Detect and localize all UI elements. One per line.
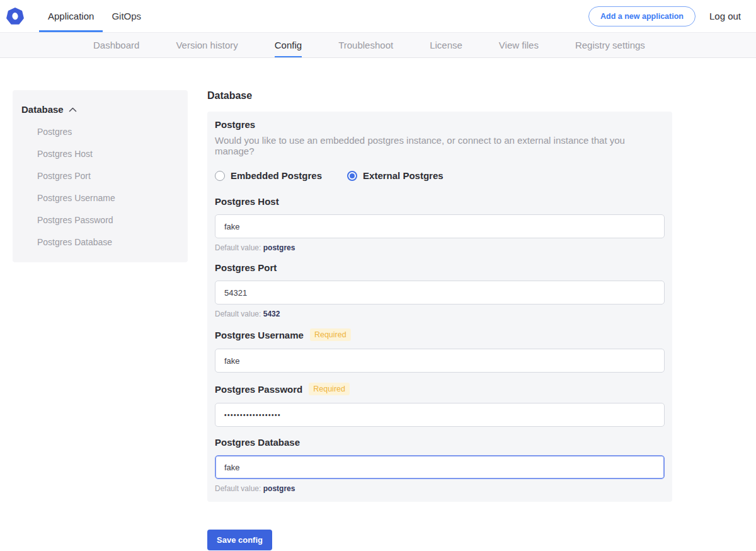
sidebar-item-postgres-password[interactable]: Postgres Password [20,209,180,231]
sidebar-item-postgres-database[interactable]: Postgres Database [20,231,180,253]
sidebar-item-postgres[interactable]: Postgres [20,121,180,143]
header-tab-gitops[interactable]: GitOps [103,0,150,32]
field-postgres-username: Postgres UsernameRequired [215,328,665,373]
postgres-host-input[interactable] [215,214,665,238]
chevron-up-icon [69,107,77,112]
subnav-tab-view-files[interactable]: View files [499,33,539,57]
header-tabs: ApplicationGitOps [39,0,150,32]
subnav-tab-troubleshoot[interactable]: Troubleshoot [338,33,393,57]
top-nav: ApplicationGitOps Add a new application … [0,0,756,33]
field-postgres-host: Postgres HostDefault value: postgres [215,196,665,252]
field-label-row-postgres-password: Postgres PasswordRequired [215,383,665,395]
field-label-postgres-database: Postgres Database [215,437,300,448]
content-area: Database PostgresPostgres HostPostgres P… [0,58,756,550]
field-label-postgres-password: Postgres Password [215,384,302,395]
subnav-tab-license[interactable]: License [430,33,462,57]
kots-logo-icon [6,8,24,25]
config-group-card: Postgres Would you like to use an embedd… [207,112,672,502]
radio-external-postgres[interactable] [347,171,357,181]
subnav-tab-registry-settings[interactable]: Registry settings [575,33,645,57]
postgres-radio-group: Embedded PostgresExternal Postgres [215,170,665,181]
save-config-button[interactable]: Save config [207,530,272,550]
required-badge: Required [310,328,351,341]
field-label-postgres-host: Postgres Host [215,196,279,207]
default-value-helper: Default value: 5432 [215,310,665,318]
page: ApplicationGitOps Add a new application … [0,0,756,550]
radio-option-external-postgres[interactable]: External Postgres [347,170,444,181]
sidebar-item-postgres-username[interactable]: Postgres Username [20,187,180,209]
default-value-helper: Default value: postgres [215,243,665,252]
field-postgres-password: Postgres PasswordRequired [215,383,665,427]
default-value: postgres [263,484,295,493]
default-value: postgres [263,243,295,252]
logout-link[interactable]: Log out [709,11,741,21]
logo-wrap [6,0,24,32]
config-sidebar: Database PostgresPostgres HostPostgres P… [13,90,188,262]
sidebar-items: PostgresPostgres HostPostgres PortPostgr… [20,119,180,253]
default-value: 5432 [263,310,280,318]
postgres-database-input[interactable] [215,455,665,479]
field-label-row-postgres-username: Postgres UsernameRequired [215,328,665,341]
field-postgres-database: Postgres DatabaseDefault value: postgres [215,437,665,493]
section-title: Database [207,90,672,102]
postgres-group-help: Would you like to use an embedded postgr… [215,135,665,156]
field-label-row-postgres-database: Postgres Database [215,437,665,448]
postgres-password-input[interactable] [215,403,665,427]
field-label-row-postgres-port: Postgres Port [215,262,665,273]
radio-label-external-postgres: External Postgres [363,170,444,181]
radio-option-embedded-postgres[interactable]: Embedded Postgres [215,170,322,181]
config-fields: Postgres HostDefault value: postgresPost… [215,196,665,493]
default-value-prefix: Default value: [215,243,263,252]
postgres-username-input[interactable] [215,349,665,373]
default-value-prefix: Default value: [215,484,263,493]
default-value-helper: Default value: postgres [215,484,665,493]
required-badge: Required [309,383,350,395]
header-tab-application[interactable]: Application [39,0,103,32]
sidebar-group-database[interactable]: Database [20,100,180,119]
radio-label-embedded-postgres: Embedded Postgres [231,170,322,181]
radio-embedded-postgres[interactable] [215,171,225,181]
subnav-tab-config[interactable]: Config [275,33,302,57]
field-label-row-postgres-host: Postgres Host [215,196,665,207]
config-main: Database Postgres Would you like to use … [207,90,672,550]
postgres-group-label: Postgres [215,119,665,130]
default-value-prefix: Default value: [215,310,263,318]
add-new-application-button[interactable]: Add a new application [588,6,696,26]
app-subnav: DashboardVersion historyConfigTroublesho… [0,33,756,58]
field-label-postgres-port: Postgres Port [215,262,277,273]
subnav-tab-dashboard[interactable]: Dashboard [93,33,139,57]
sidebar-item-postgres-host[interactable]: Postgres Host [20,143,180,165]
postgres-port-input[interactable] [215,281,665,304]
header-right: Add a new application Log out [588,0,741,32]
sidebar-item-postgres-port[interactable]: Postgres Port [20,165,180,187]
field-postgres-port: Postgres PortDefault value: 5432 [215,262,665,318]
field-label-postgres-username: Postgres Username [215,330,304,340]
subnav-tab-version-history[interactable]: Version history [176,33,238,57]
sidebar-group-label: Database [21,104,64,115]
